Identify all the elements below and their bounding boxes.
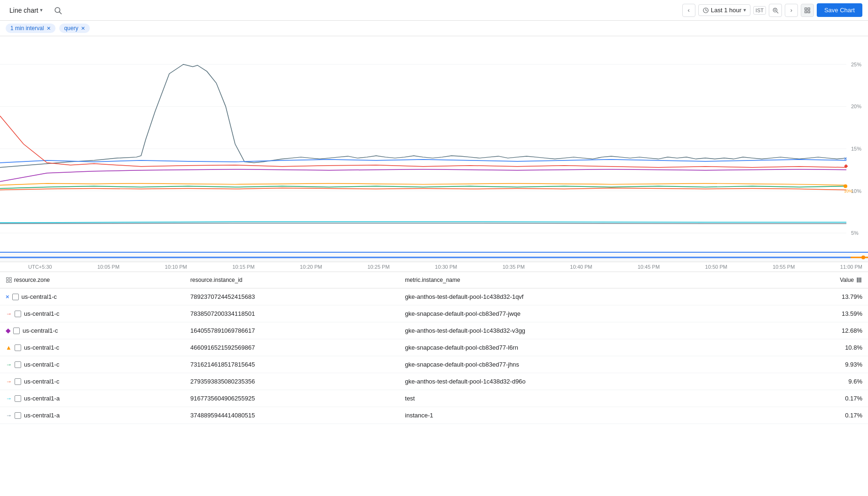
row-checkbox-0[interactable]: [12, 294, 19, 300]
row-checkbox-5[interactable]: [15, 378, 21, 385]
x-label-1020: 10:20 PM: [300, 264, 322, 270]
cell-instance-id-6: 9167735604906255925: [185, 390, 399, 407]
chevron-right-icon: ›: [790, 7, 792, 14]
timeline-bar: [0, 256, 868, 258]
svg-rect-20: [857, 278, 858, 283]
x-label-tz: UTC+5:30: [28, 264, 52, 270]
cell-zone-4: → us-central1-c: [0, 356, 185, 373]
series-purple: [0, 169, 846, 182]
cell-instance-id-7: 3748895944414080515: [185, 407, 399, 424]
x-label-1050: 10:50 PM: [705, 264, 727, 270]
timeline-handle[interactable]: [861, 256, 865, 259]
series-marker-0: ×: [6, 293, 9, 300]
cell-zone-2: ◆ us-central1-c: [0, 322, 185, 339]
table-row: → us-central1-a 9167735604906255925 test…: [0, 390, 868, 407]
series-marker-7: →: [6, 412, 12, 419]
row-checkbox-7[interactable]: [15, 412, 21, 419]
x-label-1055: 10:55 PM: [773, 264, 795, 270]
next-button[interactable]: ›: [785, 4, 798, 17]
col-header-zone[interactable]: resource.zone: [0, 272, 185, 288]
prev-button[interactable]: ‹: [682, 4, 695, 17]
chart-type-label: Line chart: [9, 7, 38, 14]
chart-type-selector[interactable]: Line chart ▾: [6, 5, 47, 16]
row-checkbox-1[interactable]: [15, 311, 21, 317]
header: Line chart ▾ ‹ Last 1 hour ▾ IST: [0, 0, 868, 21]
cell-instance-name-2: gke-anthos-test-default-pool-1c438d32-v3…: [399, 322, 773, 339]
col-header-instance-id[interactable]: resource.instance_id: [185, 272, 399, 288]
filter-tag-interval-close[interactable]: ✕: [47, 25, 51, 32]
cell-instance-name-4: gke-snapcase-default-pool-cb83ed77-jhns: [399, 356, 773, 373]
col-header-value[interactable]: Value: [773, 272, 868, 288]
grid-icon: [6, 277, 12, 283]
x-label-1100: 11:00 PM: [840, 264, 862, 270]
y-label-20: 20%: [851, 104, 861, 109]
series-spike: [0, 64, 846, 168]
timeline-row[interactable]: [0, 253, 868, 262]
y-label-15: 15%: [851, 146, 861, 152]
cell-instance-name-6: test: [399, 390, 773, 407]
y-label-25: 25%: [851, 62, 861, 67]
series-marker-3: ▲: [6, 344, 12, 351]
svg-rect-8: [808, 8, 810, 9]
x-axis-labels: UTC+5:30 10:05 PM 10:10 PM 10:15 PM 10:2…: [0, 262, 868, 272]
data-table-container: resource.zone resource.instance_id metri…: [0, 272, 868, 493]
chart-container: 25% 20% 15% 10% 5% × ◆ 10%: [0, 36, 868, 253]
col-header-instance-name[interactable]: metric.instance_name: [399, 272, 773, 288]
series-marker-4: →: [6, 361, 12, 368]
filter-tag-interval[interactable]: 1 min interval ✕: [6, 24, 55, 33]
svg-line-1: [60, 12, 62, 14]
col-instance-name-label: metric.instance_name: [405, 277, 460, 283]
svg-rect-9: [805, 11, 807, 13]
cell-instance-id-2: 1640557891069786617: [185, 322, 399, 339]
table-row: → us-central1-a 3748895944414080515 inst…: [0, 407, 868, 424]
row-checkbox-4[interactable]: [15, 361, 21, 368]
cell-zone-7: → us-central1-a: [0, 407, 185, 424]
time-range-selector[interactable]: Last 1 hour ▾: [698, 4, 750, 16]
cell-instance-id-5: 2793593835080235356: [185, 373, 399, 390]
cell-zone-0: × us-central1-c: [0, 288, 185, 305]
snap-button[interactable]: [801, 4, 814, 17]
x-label-1040: 10:40 PM: [570, 264, 592, 270]
end-marker-orange: [844, 184, 847, 188]
cell-zone-6: → us-central1-a: [0, 390, 185, 407]
cell-zone-text-7: us-central1-a: [24, 412, 60, 419]
cell-zone-text-1: us-central1-c: [24, 310, 59, 317]
series-marker-1: →: [6, 310, 12, 317]
cell-value-2: 12.68%: [773, 322, 868, 339]
cell-value-7: 0.17%: [773, 407, 868, 424]
save-chart-button[interactable]: Save Chart: [817, 3, 862, 17]
col-zone-label: resource.zone: [14, 277, 50, 283]
svg-rect-22: [860, 278, 861, 283]
search-icon: [54, 6, 62, 15]
row-checkbox-6[interactable]: [15, 395, 21, 402]
search-button[interactable]: [50, 3, 65, 18]
cell-instance-id-4: 7316214618517815645: [185, 356, 399, 373]
zoom-in-button[interactable]: [769, 4, 782, 17]
cell-instance-name-7: instance-1: [399, 407, 773, 424]
filter-row: 1 min interval ✕ query ✕: [0, 21, 868, 36]
cell-value-4: 9.93%: [773, 356, 868, 373]
cell-instance-id-1: 7838507200334118501: [185, 305, 399, 322]
series-marker-5: →: [6, 378, 12, 385]
col-value-label: Value: [840, 277, 854, 283]
cell-instance-name-1: gke-snapcase-default-pool-cb83ed77-jwqe: [399, 305, 773, 322]
x-label-1030: 10:30 PM: [435, 264, 457, 270]
columns-icon: [856, 277, 862, 283]
table-row: → us-central1-c 7316214618517815645 gke-…: [0, 356, 868, 373]
cell-value-1: 13.59%: [773, 305, 868, 322]
row-checkbox-3[interactable]: [15, 344, 21, 351]
x-label-1005: 10:05 PM: [97, 264, 119, 270]
cell-zone-5: → us-central1-c: [0, 373, 185, 390]
table-header-row: resource.zone resource.instance_id metri…: [0, 272, 868, 288]
y-label-5: 5%: [851, 230, 859, 236]
series-gray: [0, 223, 846, 224]
time-dropdown-icon: ▾: [743, 7, 746, 13]
series-blue: [0, 160, 846, 163]
cell-instance-name-0: gke-anthos-test-default-pool-1c438d32-1q…: [399, 288, 773, 305]
row-checkbox-2[interactable]: [13, 328, 20, 334]
filter-tag-query[interactable]: query ✕: [59, 24, 90, 33]
cell-zone-3: ▲ us-central1-c: [0, 339, 185, 356]
filter-tag-query-close[interactable]: ✕: [81, 25, 85, 32]
series-cyan: [0, 222, 846, 223]
header-right: ‹ Last 1 hour ▾ IST ›: [682, 3, 862, 17]
